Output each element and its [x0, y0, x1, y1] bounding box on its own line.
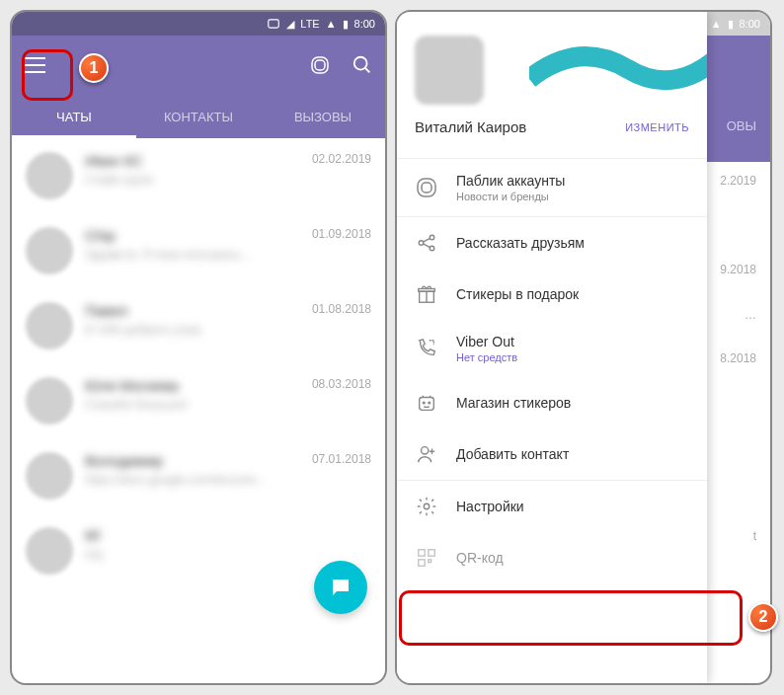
- svg-rect-7: [422, 183, 431, 193]
- svg-point-9: [430, 235, 434, 240]
- svg-rect-23: [419, 550, 425, 556]
- svg-point-17: [423, 402, 425, 404]
- tab-calls[interactable]: ВЫЗОВЫ: [261, 95, 385, 138]
- app-header: [12, 36, 385, 95]
- svg-rect-2: [315, 60, 325, 70]
- svg-line-4: [365, 68, 370, 73]
- profile-name: Виталий Каиров: [415, 118, 526, 135]
- add-contact-icon: [415, 442, 438, 466]
- chat-row[interactable]: Юля МогиеваСпасибо большое! 08.03.2018: [12, 363, 385, 438]
- svg-point-18: [429, 402, 431, 404]
- navigation-drawer: Виталий Каиров ИЗМЕНИТЬ Паблик аккаунты …: [397, 12, 707, 683]
- chat-indicator-icon: [267, 17, 280, 31]
- gift-icon: [415, 282, 438, 306]
- qr-icon: [415, 546, 438, 570]
- wifi-icon: ◢: [286, 18, 294, 31]
- chat-bubble-icon: [329, 576, 353, 599]
- tab-chats[interactable]: ЧАТЫ: [12, 95, 136, 138]
- drawer-item-public-accounts[interactable]: Паблик аккаунты Новости и бренды: [397, 159, 707, 216]
- status-time: 8:00: [354, 18, 375, 30]
- battery-icon: ▮: [343, 18, 349, 31]
- drawer-header: Виталий Каиров ИЗМЕНИТЬ: [397, 12, 707, 158]
- gear-icon: [415, 495, 438, 518]
- svg-rect-16: [420, 398, 434, 411]
- chat-date: 01.08.2018: [312, 302, 371, 316]
- tabs-bar: ЧАТЫ КОНТАКТЫ ВЫЗОВЫ: [12, 95, 385, 138]
- menu-button[interactable]: [24, 57, 45, 73]
- svg-line-12: [423, 244, 430, 248]
- edit-profile-link[interactable]: ИЗМЕНИТЬ: [625, 121, 689, 133]
- svg-point-22: [424, 503, 430, 509]
- drawer-item-sticker-store[interactable]: Магазин стикеров: [397, 377, 707, 428]
- chat-date: 07.01.2018: [312, 452, 371, 466]
- drawer-item-share[interactable]: Рассказать друзьям: [397, 217, 707, 269]
- public-accounts-icon: [415, 176, 438, 199]
- drawer-item-qr[interactable]: QR-код: [397, 532, 707, 583]
- svg-line-11: [423, 238, 430, 242]
- battery-icon: ▮: [728, 18, 734, 31]
- avatar: [26, 527, 73, 575]
- svg-rect-15: [419, 289, 435, 292]
- sticker-store-icon: [415, 391, 438, 415]
- avatar: [26, 377, 73, 425]
- screenshot-left: ◢ LTE ▲ ▮ 8:00 ЧАТЫ КОНТАКТЫ ВЫЗОВЫ Иван…: [10, 10, 387, 685]
- wave-decoration: [529, 30, 707, 109]
- phone-out-icon: [415, 337, 438, 360]
- lte-label: LTE: [300, 18, 319, 30]
- chat-row[interactable]: ChipЗдравств. Я пока пользуюсь… 01.09.20…: [12, 213, 385, 288]
- search-icon[interactable]: [352, 54, 373, 76]
- avatar: [26, 302, 73, 349]
- drawer-item-stickers-gift[interactable]: Стикеры в подарок: [397, 269, 707, 320]
- status-time: 8:00: [740, 18, 760, 30]
- chat-date: 08.03.2018: [312, 377, 371, 391]
- svg-point-19: [422, 447, 429, 454]
- signal-icon: ▲: [326, 18, 337, 30]
- avatar: [26, 227, 73, 274]
- svg-rect-26: [429, 560, 431, 563]
- avatar: [26, 452, 73, 500]
- svg-rect-25: [419, 560, 425, 566]
- annotation-badge-1: 1: [79, 53, 109, 83]
- svg-rect-0: [269, 20, 279, 28]
- chat-date: 02.02.2019: [312, 152, 371, 166]
- svg-point-3: [354, 57, 367, 70]
- new-chat-fab[interactable]: [314, 561, 367, 614]
- chat-row[interactable]: Иван КССлава група 02.02.2019: [12, 138, 385, 213]
- bg-tab-calls: ОВЫ: [727, 118, 756, 133]
- chat-list: Иван КССлава група 02.02.2019 ChipЗдравс…: [12, 138, 385, 588]
- chat-date: 01.09.2018: [312, 227, 371, 241]
- profile-avatar[interactable]: [415, 36, 484, 105]
- avatar: [26, 152, 73, 199]
- chat-row[interactable]: Володимирhttps://docs.google.com/docume……: [12, 438, 385, 513]
- tab-contacts[interactable]: КОНТАКТЫ: [136, 95, 261, 138]
- drawer-item-settings[interactable]: Настройки: [397, 481, 707, 532]
- svg-rect-6: [418, 179, 435, 196]
- svg-rect-24: [429, 550, 434, 556]
- signal-icon: ▲: [711, 18, 722, 30]
- svg-point-8: [419, 241, 424, 246]
- chat-row[interactable]: ПавелИ тебе доброго утра) 01.08.2018: [12, 288, 385, 363]
- status-bar: ◢ LTE ▲ ▮ 8:00: [12, 12, 385, 36]
- screenshot-right: ◢ LTE ▲ ▮ 8:00 ОВЫ 2.2019 9.2018 … 8.201…: [395, 10, 772, 685]
- svg-point-10: [430, 246, 434, 251]
- share-icon: [415, 231, 438, 255]
- annotation-badge-2: 2: [748, 602, 778, 632]
- viber-logo-icon[interactable]: [308, 53, 332, 77]
- drawer-item-add-contact[interactable]: Добавить контакт: [397, 428, 707, 480]
- drawer-item-viber-out[interactable]: Viber Out Нет средств: [397, 320, 707, 377]
